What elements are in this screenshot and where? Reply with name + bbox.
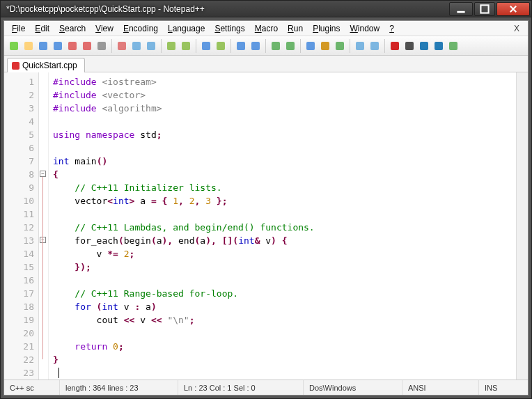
menu-view[interactable]: View	[91, 22, 118, 35]
toolbar-fold-region-button[interactable]	[353, 39, 367, 53]
toolbar-sync-v-button[interactable]	[269, 39, 283, 53]
svg-rect-26	[405, 42, 414, 50]
svg-rect-17	[251, 42, 260, 50]
menu-settings[interactable]: Settings	[210, 22, 249, 35]
code-line: #include <algorithm>	[53, 102, 516, 115]
line-number: 23	[4, 366, 34, 380]
toolbar	[4, 36, 528, 56]
toolbar-separator	[300, 39, 301, 53]
menu-macro[interactable]: Macro	[250, 22, 283, 35]
maximize-button[interactable]	[474, 2, 495, 16]
toolbar-copy-button[interactable]	[130, 39, 143, 53]
code-area[interactable]: #include <iostream>#include <vector>#inc…	[49, 72, 516, 380]
secondary-close-button[interactable]: X	[508, 24, 525, 33]
line-number: 17	[4, 287, 34, 300]
toolbar-close-all-button[interactable]	[80, 39, 94, 53]
svg-rect-24	[370, 42, 379, 50]
toolbar-zoom-out-button[interactable]	[249, 39, 263, 53]
code-line: cout << v << "\n";	[53, 313, 516, 327]
toolbar-indent-button[interactable]	[333, 39, 347, 53]
menu-edit[interactable]: Edit	[30, 22, 54, 35]
svg-rect-29	[449, 42, 457, 50]
toolbar-separator	[384, 39, 385, 53]
menu-run[interactable]: Run	[283, 22, 308, 35]
menu-language[interactable]: Language	[163, 22, 210, 35]
svg-rect-20	[306, 42, 315, 50]
line-number: 7	[4, 155, 34, 168]
line-number: 2	[4, 88, 34, 102]
toolbar-all-chars-button[interactable]	[318, 39, 332, 53]
svg-rect-0	[457, 10, 464, 13]
toolbar-print-button[interactable]	[95, 39, 109, 53]
text-caret	[58, 368, 59, 378]
code-line	[53, 366, 516, 380]
menu-help[interactable]: ?	[384, 22, 399, 35]
minimize-button[interactable]	[449, 2, 473, 16]
titlebar[interactable]: *D:\pocketcpp\pocketcpp\QuickStart.cpp -…	[1, 1, 531, 17]
toolbar-play-button[interactable]	[417, 39, 431, 53]
toolbar-redo-button[interactable]	[179, 39, 193, 53]
toolbar-sync-h-button[interactable]	[283, 39, 297, 53]
line-number: 13	[4, 234, 34, 247]
svg-rect-9	[118, 42, 126, 50]
code-line: // C++11 Lambdas, and begin/end() functi…	[53, 221, 516, 234]
line-number-gutter[interactable]: 1234567891011121314151617181920212223	[4, 72, 39, 380]
status-eol: Dos\Windows	[304, 380, 402, 395]
toolbar-separator	[161, 39, 162, 53]
code-line: #include <iostream>	[53, 75, 516, 88]
code-line: {	[53, 168, 516, 181]
code-line	[53, 115, 516, 128]
tab-quickstart[interactable]: QuickStart.cpp	[7, 58, 85, 72]
toolbar-close-button[interactable]	[65, 39, 79, 53]
vertical-scrollbar[interactable]	[516, 72, 528, 380]
svg-rect-6	[68, 42, 77, 50]
close-button[interactable]	[496, 2, 530, 16]
status-length: length : 364 lines : 23	[60, 380, 178, 395]
line-number: 3	[4, 102, 34, 115]
status-position: Ln : 23 Col : 1 Sel : 0	[178, 380, 304, 395]
svg-rect-16	[237, 42, 245, 50]
toolbar-stop-button[interactable]	[402, 39, 416, 53]
menu-encoding[interactable]: Encoding	[118, 22, 163, 35]
toolbar-paste-button[interactable]	[144, 39, 158, 53]
svg-rect-13	[182, 42, 190, 50]
toolbar-save-all-button[interactable]	[51, 39, 65, 53]
code-line: v *= 2;	[53, 247, 516, 260]
toolbar-separator	[230, 39, 231, 53]
toolbar-zoom-in-button[interactable]	[234, 39, 248, 53]
fold-toggle-icon[interactable]: −	[40, 171, 46, 177]
fold-column[interactable]: −−	[39, 72, 49, 380]
line-number: 9	[4, 181, 34, 194]
toolbar-separator	[265, 39, 266, 53]
toolbar-find-button[interactable]	[199, 39, 213, 53]
menu-window[interactable]: Window	[345, 22, 385, 35]
menu-plugins[interactable]: Plugins	[308, 22, 345, 35]
toolbar-undo-button[interactable]	[164, 39, 178, 53]
toolbar-rec-button[interactable]	[388, 39, 402, 53]
svg-rect-11	[147, 42, 155, 50]
toolbar-unfold-button[interactable]	[368, 39, 382, 53]
toolbar-separator	[350, 39, 350, 53]
toolbar-open-button[interactable]	[22, 39, 36, 53]
menu-search[interactable]: Search	[54, 22, 91, 35]
toolbar-new-button[interactable]	[7, 39, 21, 53]
toolbar-cut-button[interactable]	[115, 39, 129, 53]
toolbar-save-macro-button[interactable]	[446, 39, 460, 53]
toolbar-wrap-button[interactable]	[304, 39, 318, 53]
app-window: *D:\pocketcpp\pocketcpp\QuickStart.cpp -…	[0, 0, 532, 399]
line-number: 19	[4, 313, 34, 327]
code-line: return 0;	[53, 340, 516, 353]
toolbar-play-multi-button[interactable]	[432, 39, 446, 53]
svg-rect-28	[435, 42, 443, 50]
line-number: 20	[4, 327, 34, 340]
line-number: 1	[4, 75, 34, 88]
status-mode: INS	[479, 380, 528, 395]
toolbar-replace-button[interactable]	[214, 39, 228, 53]
code-line: for_each(begin(a), end(a), [](int& v) {	[53, 234, 516, 247]
line-number: 12	[4, 221, 34, 234]
code-line	[53, 208, 516, 221]
svg-rect-14	[202, 42, 210, 50]
menu-file[interactable]: File	[7, 22, 30, 35]
svg-rect-25	[391, 42, 399, 50]
toolbar-save-button[interactable]	[36, 39, 50, 53]
